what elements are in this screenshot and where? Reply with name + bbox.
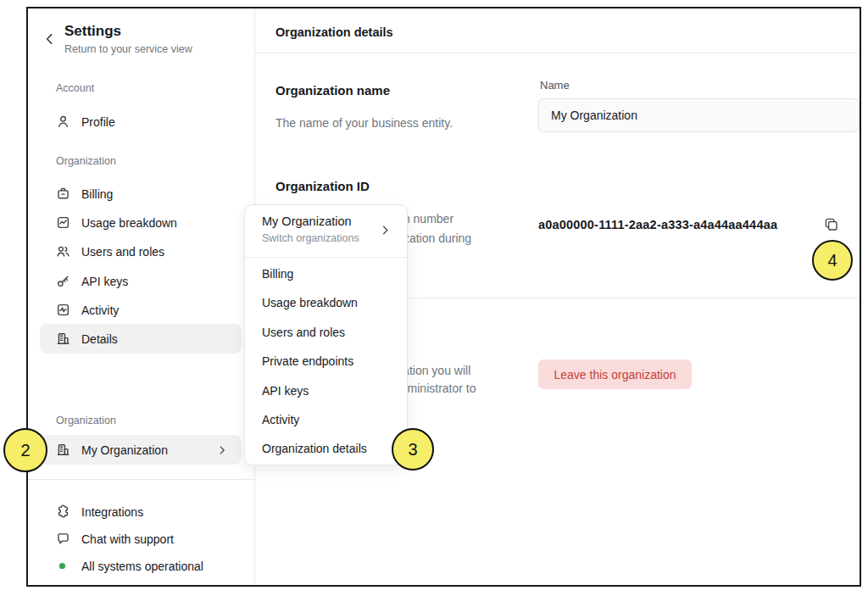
sidebar-item-label: Chat with support	[81, 532, 174, 546]
dropdown-item-private-endpoints[interactable]: Private endpoints	[245, 347, 407, 376]
sidebar-item-api-keys[interactable]: API keys	[40, 266, 242, 296]
organization-id-value: a0a00000-1111-2aa2-a333-a4a44aa444aa	[538, 218, 777, 231]
sidebar-item-label: Activity	[81, 304, 119, 317]
annotation-circle-2: 2	[3, 428, 47, 472]
sidebar-item-system-status[interactable]: All systems operational	[40, 551, 242, 581]
sidebar-item-users-and-roles[interactable]: Users and roles	[40, 237, 242, 266]
sidebar-item-label: Users and roles	[81, 245, 164, 259]
sidebar-item-label: Usage breakdown	[81, 216, 177, 230]
sidebar-item-label: API keys	[81, 275, 128, 288]
sidebar-item-activity[interactable]: Activity	[40, 295, 242, 325]
organization-name-description: The name of your business entity.	[275, 116, 453, 130]
users-icon	[56, 244, 70, 259]
dropdown-item-billing[interactable]: Billing	[245, 259, 407, 288]
organization-name-input[interactable]	[538, 98, 860, 132]
copy-icon	[823, 216, 839, 232]
dropdown-item-usage-breakdown[interactable]: Usage breakdown	[245, 288, 407, 317]
sidebar-item-usage-breakdown[interactable]: Usage breakdown	[40, 208, 242, 237]
billing-icon	[56, 187, 70, 201]
organization-name-heading: Organization name	[275, 83, 390, 97]
dropdown-org-subtitle: Switch organizations	[262, 232, 359, 244]
organization-id-heading: Organization ID	[275, 179, 370, 193]
dropdown-item-api-keys[interactable]: API keys	[245, 376, 407, 405]
dropdown-item-users-and-roles[interactable]: Users and roles	[245, 318, 407, 347]
sidebar-item-billing[interactable]: Billing	[40, 179, 242, 209]
content-header: Organization details	[275, 25, 393, 39]
sidebar-item-profile[interactable]: Profile	[40, 107, 242, 136]
sidebar-item-label: Integrations	[81, 505, 143, 519]
building-icon	[56, 443, 70, 457]
usage-chart-icon	[56, 215, 70, 230]
copy-id-button[interactable]	[819, 212, 843, 236]
sidebar-item-label: All systems operational	[81, 560, 203, 573]
section-label-organization: Organization	[56, 155, 116, 167]
sidebar-item-integrations[interactable]: Integrations	[40, 497, 242, 526]
chevron-right-icon	[379, 224, 392, 237]
sidebar-item-label: Profile	[81, 115, 115, 129]
header-divider	[255, 53, 860, 53]
leave-organization-button[interactable]: Leave this organization	[538, 359, 692, 389]
activity-icon	[56, 303, 70, 317]
annotation-circle-4: 4	[812, 240, 853, 281]
sidebar-item-label: My Organization	[81, 443, 168, 457]
building-icon	[56, 331, 70, 346]
name-field-label: Name	[540, 79, 570, 92]
dropdown-item-organization-details[interactable]: Organization details	[245, 434, 407, 463]
annotation-circle-3: 3	[392, 428, 434, 471]
page-title: Settings	[64, 23, 121, 40]
section-label-account: Account	[56, 82, 94, 94]
sidebar-footer-divider	[28, 479, 254, 480]
chat-bubble-icon	[56, 532, 70, 546]
dropdown-divider	[245, 257, 407, 258]
sidebar-item-my-organization[interactable]: My Organization	[40, 435, 242, 465]
dropdown-items: Billing Usage breakdown Users and roles …	[245, 259, 407, 464]
status-dot-icon	[56, 559, 70, 573]
dropdown-org-name: My Organization	[262, 214, 352, 228]
chevron-right-icon	[216, 444, 228, 456]
puzzle-icon	[56, 504, 70, 519]
sidebar-item-details[interactable]: Details	[40, 324, 242, 354]
dropdown-item-activity[interactable]: Activity	[245, 405, 407, 434]
section-label-organization-switcher: Organization	[56, 415, 116, 426]
organization-switcher-dropdown: My Organization Switch organizations Bil…	[244, 204, 408, 465]
sidebar-item-chat-support[interactable]: Chat with support	[40, 524, 242, 554]
sidebar-item-label: Billing	[81, 187, 113, 201]
person-icon	[56, 114, 70, 129]
settings-page: Settings Return to your service view Acc…	[0, 0, 868, 596]
dropdown-header-my-organization[interactable]: My Organization Switch organizations	[245, 205, 407, 257]
chevron-left-icon	[42, 31, 58, 47]
back-button[interactable]	[42, 31, 58, 47]
page-subtitle: Return to your service view	[64, 43, 192, 55]
sidebar-item-label: Details	[81, 332, 118, 346]
key-icon	[56, 274, 70, 288]
